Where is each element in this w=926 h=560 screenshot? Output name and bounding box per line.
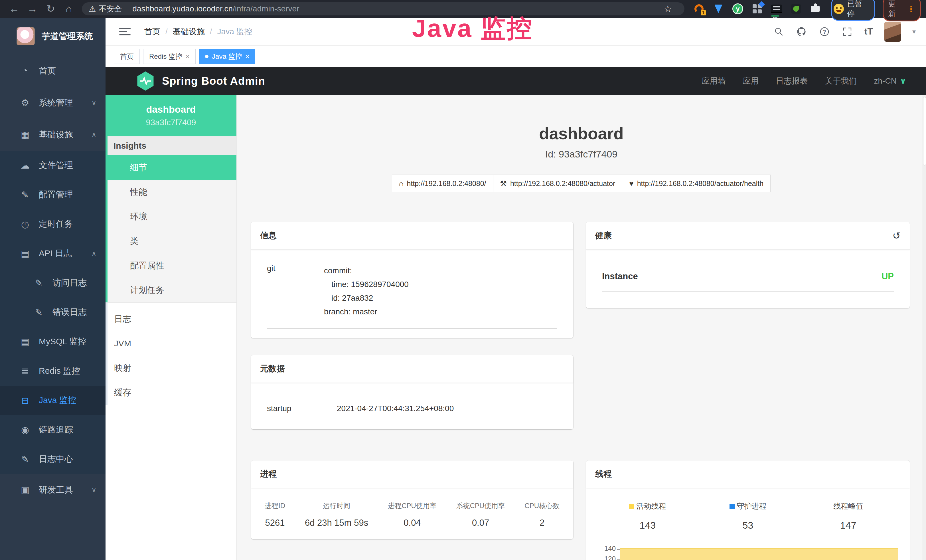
browser-menu-icon[interactable]: ⋮ (907, 4, 915, 14)
reload-icon[interactable]: ↻ (42, 3, 60, 15)
legend-swatch-yellow (629, 504, 634, 509)
sidebar-collapse-icon[interactable] (119, 26, 131, 37)
close-icon[interactable]: × (186, 53, 190, 61)
tab-redis-monitor[interactable]: Redis 监控× (143, 49, 196, 64)
extension-y-icon[interactable]: y (732, 3, 744, 15)
sidebar-item-dev-tools[interactable]: ▣研发工具∨ (0, 474, 106, 506)
health-instance-label: Instance (602, 271, 638, 282)
insights-item-metrics[interactable]: 性能 (106, 180, 236, 204)
fullscreen-icon[interactable] (841, 26, 853, 37)
chart-plot-area (620, 544, 898, 560)
insights-item-config-props[interactable]: 配置属性 (106, 253, 236, 278)
sidebar-item-api-logs[interactable]: ▤API 日志∧ (0, 239, 106, 268)
insights-item-environment[interactable]: 环境 (106, 204, 236, 229)
sidebar-item-scheduled-jobs[interactable]: ◷定时任务 (0, 209, 106, 239)
extension-grid-icon[interactable] (751, 3, 763, 15)
user-avatar[interactable] (884, 22, 901, 42)
close-icon[interactable]: × (245, 53, 249, 61)
scrollbar-thumb[interactable] (923, 97, 926, 165)
sidebar-item-file-manage[interactable]: ☁文件管理 (0, 151, 106, 180)
chevron-down-icon: ∨ (900, 77, 906, 86)
extension-on-icon[interactable]: on (770, 3, 782, 15)
forward-icon[interactable]: → (23, 3, 42, 15)
instance-panel: dashboard 93a3fc7f7409 Insights 细节 性能 环境… (106, 95, 237, 560)
threads-chart: 140 120 100 (598, 543, 898, 560)
address-bar[interactable]: ⚠ 不安全 dashboard.yudao.iocoder.cn /infra/… (82, 2, 684, 15)
legend-peak-threads[interactable]: 线程峰值 147 (798, 501, 898, 531)
sba-nav-about[interactable]: 关于我们 (825, 76, 857, 86)
annotation-java-monitor: Java 监控 (412, 11, 533, 45)
sidebar-item-access-logs[interactable]: ✎访问日志 (0, 268, 106, 298)
sidebar-item-java-monitor[interactable]: ⊟Java 监控 (0, 386, 106, 415)
gear-icon: ⚙ (19, 97, 31, 108)
metadata-card-title: 元数据 (260, 363, 285, 375)
sba-nav: 应用墙 应用 日志报表 关于我们 zh-CN∨ (702, 76, 926, 86)
svg-text:?: ? (823, 29, 826, 35)
legend-swatch-blue (729, 504, 735, 509)
panel-item-jvm[interactable]: JVM (106, 331, 236, 356)
help-icon[interactable]: ? (819, 26, 830, 37)
not-secure-warning-icon: ⚠ (89, 4, 96, 14)
back-icon[interactable]: ← (5, 3, 23, 15)
extension-ring-icon[interactable]: 1 (693, 3, 705, 15)
search-icon[interactable] (773, 26, 785, 37)
profile-emoji-icon (834, 4, 844, 14)
health-url-chip[interactable]: ♥http://192.168.0.2:48080/actuator/healt… (622, 175, 770, 192)
info-card-title: 信息 (260, 230, 277, 241)
history-icon[interactable]: ↺ (893, 230, 901, 241)
sidebar-item-infrastructure[interactable]: ▦基础设施∧ (0, 119, 106, 151)
extension-puzzle-icon[interactable] (809, 3, 822, 15)
instance-name: dashboard (146, 104, 196, 115)
sidebar-item-config-manage[interactable]: ✎配置管理 (0, 180, 106, 209)
sba-nav-wallboard[interactable]: 应用墙 (702, 76, 726, 86)
peak-threads-value: 147 (798, 520, 898, 531)
extension-leaf-icon[interactable] (790, 3, 802, 15)
process-card: 进程 进程ID5261 运行时间6d 23h 15m 59s 进程CPU使用率0… (251, 460, 573, 539)
breadcrumb-home[interactable]: 首页 (144, 26, 160, 37)
home-icon[interactable]: ⌂ (60, 3, 78, 15)
tab-home[interactable]: 首页 (114, 49, 140, 64)
tab-java-monitor[interactable]: Java 监控× (199, 49, 255, 64)
sidebar-item-log-center[interactable]: ✎日志中心 (0, 445, 106, 474)
profile-paused-badge[interactable]: 已暂停 (831, 0, 876, 21)
panel-item-mappings[interactable]: 映射 (106, 356, 236, 380)
metadata-row-label: startup (267, 404, 337, 413)
browser-update-button[interactable]: 更新 ⋮ (883, 0, 921, 21)
sidebar-item-tracing[interactable]: ◉链路追踪 (0, 415, 106, 445)
security-label[interactable]: 不安全 (99, 4, 122, 14)
sba-brand-title[interactable]: Spring Boot Admin (162, 75, 265, 87)
github-icon[interactable] (796, 26, 807, 37)
sidebar-item-system[interactable]: ⚙系统管理∨ (0, 87, 106, 119)
bookmark-star-icon[interactable]: ☆ (664, 3, 678, 14)
actuator-url-chip[interactable]: ⚒http://192.168.0.2:48080/actuator (493, 175, 623, 192)
sba-nav-journal[interactable]: 日志报表 (776, 76, 808, 86)
breadcrumb-infrastructure[interactable]: 基础设施 (173, 26, 205, 37)
insights-item-classes[interactable]: 类 (106, 229, 236, 253)
monitor-icon: ⊟ (19, 395, 31, 406)
sba-nav-applications[interactable]: 应用 (743, 76, 759, 86)
panel-item-logs[interactable]: 日志 (106, 307, 236, 331)
spring-boot-admin-logo[interactable] (136, 71, 154, 91)
wrench-icon: ⚒ (500, 179, 507, 188)
sidebar-item-redis-monitor[interactable]: ≣Redis 监控 (0, 356, 106, 386)
extension-pin-icon[interactable] (713, 3, 724, 15)
caret-down-icon[interactable]: ▾ (912, 28, 916, 36)
scrollbar[interactable] (923, 95, 926, 560)
database-icon: ▤ (19, 336, 31, 347)
sba-locale-select[interactable]: zh-CN∨ (874, 76, 906, 86)
sidebar-item-mysql-monitor[interactable]: ▤MySQL 监控 (0, 327, 106, 356)
sidebar-item-home[interactable]: ◔首页 (0, 55, 106, 87)
legend-daemon-threads[interactable]: 守护进程 53 (698, 501, 798, 531)
extension-badge: 1 (701, 10, 706, 15)
panel-item-caches[interactable]: 缓存 (106, 380, 236, 405)
insights-section-label: Insights (106, 136, 236, 155)
health-card-title: 健康 (595, 230, 612, 241)
sidebar-item-error-logs[interactable]: ✎错误日志 (0, 298, 106, 327)
service-url-chip[interactable]: ⌂http://192.168.0.2:48080/ (392, 175, 493, 192)
insights-item-details[interactable]: 细节 (106, 155, 236, 180)
insights-item-scheduled-tasks[interactable]: 计划任务 (106, 278, 236, 303)
app-logo-row[interactable]: 芋道管理系统 (0, 18, 106, 55)
legend-live-threads[interactable]: 活动线程 143 (598, 501, 698, 531)
instance-header: dashboard 93a3fc7f7409 (106, 95, 236, 136)
font-size-icon[interactable]: tT (864, 26, 873, 37)
